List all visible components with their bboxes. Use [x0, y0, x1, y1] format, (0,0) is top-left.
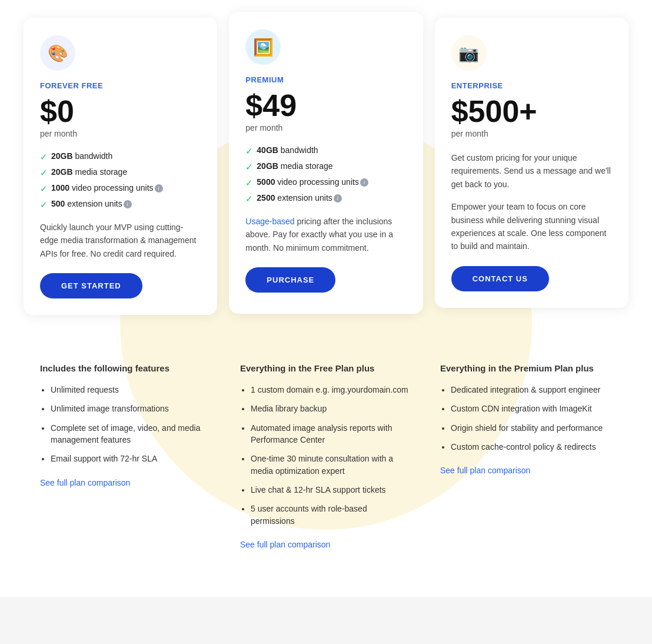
contact-us-button[interactable]: CONTACT US	[451, 266, 549, 291]
info-icon[interactable]: i	[155, 184, 163, 192]
premium-storage-val: 20GB	[257, 161, 278, 171]
free-bandwidth-val: 20GB	[51, 151, 73, 161]
check-icon: ✓	[245, 194, 253, 204]
premium-plan-name: PREMIUM	[245, 75, 406, 84]
enterprise-plan-description2: Empower your team to focus on core busin…	[451, 200, 612, 253]
free-storage-text: media storage	[73, 167, 128, 177]
free-ext-text: extension units	[65, 199, 122, 208]
free-bandwidth-text: bandwidth	[73, 151, 113, 161]
check-icon: ✓	[40, 152, 48, 162]
list-item: 1 custom domain e.g. img.yourdomain.com	[251, 384, 412, 396]
premium-see-comparison-link[interactable]: See full plan comparison	[240, 540, 330, 549]
premium-storage-text: media storage	[278, 161, 333, 171]
premium-ext-val: 2500	[257, 193, 275, 203]
free-plan-description: Quickly launch your MVP using cutting-ed…	[40, 221, 201, 260]
list-item: Complete set of image, video, and media …	[51, 422, 212, 446]
list-item: 5 user accounts with role-based permissi…	[251, 503, 412, 527]
main-content: 🎨 FOREVER FREE $0 per month ✓ 20GB bandw…	[0, 0, 652, 597]
enterprise-plan-description1: Get custom pricing for your unique requi…	[451, 151, 612, 191]
enterprise-features-col: Everything in the Premium Plan plus Dedi…	[426, 350, 626, 562]
plans-row: 🎨 FOREVER FREE $0 per month ✓ 20GB bandw…	[0, 0, 652, 338]
premium-bandwidth-val: 40GB	[257, 145, 278, 155]
free-features-col-title: Includes the following features	[40, 362, 212, 374]
free-plan-name: FOREVER FREE	[40, 81, 201, 90]
premium-feature-2: ✓ 20GB media storage	[245, 161, 406, 172]
premium-ext-text: extension units	[275, 193, 332, 203]
info-icon[interactable]: i	[334, 194, 342, 203]
free-plan-period: per month	[40, 129, 201, 138]
free-plan-card: 🎨 FOREVER FREE $0 per month ✓ 20GB bandw…	[24, 18, 217, 315]
enterprise-plan-price: $500+	[451, 96, 612, 127]
free-plan-price: $0	[40, 96, 201, 127]
free-ext-val: 500	[51, 199, 65, 208]
free-feature-3: ✓ 1000 video processing unitsi	[40, 183, 201, 194]
enterprise-see-comparison-link[interactable]: See full plan comparison	[440, 466, 530, 475]
premium-plan-card: 🖼️ PREMIUM $49 per month ✓ 40GB bandwidt…	[229, 12, 423, 314]
purchase-button[interactable]: PURCHASE	[245, 267, 335, 293]
premium-features-col: Everything in the Free Plan plus 1 custo…	[226, 350, 426, 562]
free-see-comparison-link[interactable]: See full plan comparison	[40, 478, 130, 487]
check-icon: ✓	[245, 178, 253, 188]
list-item: Email support with 72-hr SLA	[51, 453, 212, 464]
premium-feature-3: ✓ 5000 video processing unitsi	[245, 177, 406, 188]
enterprise-features-col-title: Everything in the Premium Plan plus	[440, 362, 612, 374]
check-icon: ✓	[245, 146, 253, 157]
list-item: Automated image analysis reports with Pe…	[251, 422, 412, 446]
page-wrapper: 🎨 FOREVER FREE $0 per month ✓ 20GB bandw…	[0, 0, 652, 597]
premium-vpu-text: video processing units	[275, 177, 358, 187]
list-item: Unlimited requests	[51, 384, 212, 396]
free-feature-1: ✓ 20GB bandwidth	[40, 151, 201, 162]
premium-features-col-list: 1 custom domain e.g. img.yourdomain.com …	[240, 384, 412, 527]
list-item: Unlimited image transformations	[51, 403, 212, 414]
free-plan-icon: 🎨	[40, 35, 75, 71]
list-item: Dedicated integration & support engineer	[451, 384, 612, 396]
list-item: Media library backup	[251, 403, 412, 414]
enterprise-plan-card: 📷 ENTERPRISE $500+ per month Get custom …	[435, 18, 628, 308]
info-icon[interactable]: i	[124, 200, 132, 208]
check-icon: ✓	[40, 184, 48, 194]
free-features-col: Includes the following features Unlimite…	[26, 350, 226, 562]
features-row: Includes the following features Unlimite…	[0, 338, 652, 597]
enterprise-plan-period: per month	[451, 129, 612, 138]
free-storage-val: 20GB	[51, 167, 73, 177]
enterprise-plan-name: ENTERPRISE	[451, 81, 612, 90]
premium-vpu-val: 5000	[257, 177, 275, 187]
free-vpu-text: video processing units	[69, 183, 153, 192]
list-item: Custom cache-control policy & redirects	[451, 441, 612, 453]
enterprise-plan-icon: 📷	[451, 35, 487, 71]
premium-plan-icon: 🖼️	[245, 29, 281, 65]
premium-bandwidth-text: bandwidth	[278, 145, 318, 155]
premium-feature-4: ✓ 2500 extension unitsi	[245, 193, 406, 204]
free-features-col-list: Unlimited requests Unlimited image trans…	[40, 384, 212, 464]
list-item: Live chat & 12-hr SLA support tickets	[251, 484, 412, 496]
list-item: Custom CDN integration with ImageKit	[451, 403, 612, 414]
enterprise-features-col-list: Dedicated integration & support engineer…	[440, 384, 612, 453]
premium-features-list: ✓ 40GB bandwidth ✓ 20GB media storage ✓ …	[245, 145, 406, 204]
free-feature-4: ✓ 500 extension unitsi	[40, 199, 201, 210]
premium-features-col-title: Everything in the Free Plan plus	[240, 362, 412, 374]
list-item: One-time 30 minute consultation with a m…	[251, 453, 412, 477]
list-item: Origin shield for stability and performa…	[451, 422, 612, 434]
check-icon: ✓	[245, 162, 253, 172]
check-icon: ✓	[40, 200, 48, 210]
premium-plan-period: per month	[245, 123, 406, 132]
free-vpu-val: 1000	[51, 183, 69, 192]
free-feature-2: ✓ 20GB media storage	[40, 167, 201, 178]
info-icon[interactable]: i	[360, 178, 368, 187]
check-icon: ✓	[40, 168, 48, 178]
get-started-button[interactable]: GET STARTED	[40, 273, 142, 298]
free-features-list: ✓ 20GB bandwidth ✓ 20GB media storage ✓ …	[40, 151, 201, 210]
premium-plan-description: Usage-based pricing after the inclusions…	[245, 215, 406, 254]
premium-feature-1: ✓ 40GB bandwidth	[245, 145, 406, 157]
usage-based-link[interactable]: Usage-based	[245, 217, 294, 226]
premium-plan-price: $49	[245, 90, 406, 121]
